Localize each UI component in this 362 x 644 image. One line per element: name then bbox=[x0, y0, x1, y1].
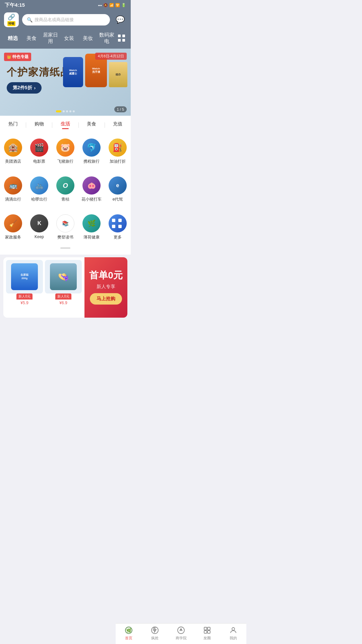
service-ctrip[interactable]: 🐬 携程旅行 bbox=[78, 135, 105, 168]
service-huaxiaozhu[interactable]: 🐽 花小猪打车 bbox=[78, 173, 105, 206]
mint-label: 薄荷健康 bbox=[83, 234, 100, 240]
product-2-image: 👒 bbox=[45, 260, 82, 293]
promo-cta[interactable]: 首单0元 新人专享 马上抢购 bbox=[84, 257, 127, 318]
cat-tab-recharge[interactable]: 充值 bbox=[105, 120, 131, 130]
hellobike-icon: 🚲 bbox=[30, 176, 48, 195]
meituan-hotel-icon: 🏨 bbox=[4, 139, 22, 157]
product-1-price: ¥5.9 bbox=[20, 301, 28, 305]
service-meituan-hotel[interactable]: 🏨 美团酒店 bbox=[0, 135, 26, 168]
service-gas[interactable]: ⛽ 加油打折 bbox=[105, 135, 131, 168]
service-homeservice[interactable]: 🧹 家政服务 bbox=[0, 211, 26, 244]
cat-tab-shopping[interactable]: 购物 bbox=[26, 120, 52, 130]
more-label: 更多 bbox=[114, 234, 122, 240]
logo-box[interactable]: 🔗 转链 bbox=[4, 12, 19, 27]
category-tabs: 热门 购物 生活 美食 充值 bbox=[0, 116, 131, 132]
product-box: 纸巾 bbox=[109, 62, 127, 87]
promo-product-2[interactable]: 👒 新人0元 ¥6.9 bbox=[45, 260, 82, 315]
keep-label: Keep bbox=[35, 234, 44, 239]
ctrip-icon: 🐬 bbox=[82, 139, 101, 157]
mint-icon: 🌿 bbox=[82, 214, 101, 232]
header: 🔗 转链 🔍 搜商品名或商品链接 💬 bbox=[0, 10, 131, 31]
dot-5 bbox=[73, 110, 75, 112]
banner[interactable]: 👑 特色专题 4月8日-4月12日 个护家清纸品 第2件5折 › Walch威露… bbox=[0, 49, 131, 116]
battery-icon: 🔋 bbox=[121, 3, 126, 7]
dot-4 bbox=[69, 110, 71, 112]
logo-icon: 🔗 bbox=[8, 13, 15, 21]
status-bar: 下午4:15 ••• 🔕 📶 🛜 🔋 bbox=[0, 0, 131, 10]
cat-tab-life[interactable]: 生活 bbox=[52, 120, 78, 130]
product-1-image: 去尿垢200g bbox=[6, 260, 43, 293]
search-bar[interactable]: 🔍 搜商品名或商品链接 bbox=[22, 14, 110, 25]
banner-cta[interactable]: 第2件5折 › bbox=[7, 82, 42, 94]
ctrip-label: 携程旅行 bbox=[83, 159, 100, 164]
promo-product-1[interactable]: 去尿垢200g 新人0元 ¥5.9 bbox=[6, 260, 43, 315]
nav-tab-women[interactable]: 女装 bbox=[60, 34, 78, 43]
search-icon: 🔍 bbox=[27, 17, 33, 22]
status-time: 下午4:15 bbox=[5, 2, 25, 8]
crown-icon: 👑 bbox=[7, 55, 11, 59]
hellobike-label: 哈啰出行 bbox=[31, 197, 47, 202]
nav-tab-food[interactable]: 美食 bbox=[22, 34, 41, 43]
huaxiaozhu-icon: 🐽 bbox=[82, 176, 101, 195]
banner-date: 4月8日-4月12日 bbox=[95, 53, 127, 60]
promo-subtitle: 新人专享 bbox=[97, 284, 115, 290]
fandeng-icon: 📚 bbox=[56, 214, 74, 232]
service-didi[interactable]: 🚌 滴滴出行 bbox=[0, 173, 26, 206]
dot-1 bbox=[56, 110, 61, 112]
didi-label: 滴滴出行 bbox=[5, 197, 21, 202]
promo-section: 去尿垢200g 新人0元 ¥5.9 👒 新人0元 ¥6.9 首单0元 新人专享 … bbox=[3, 257, 127, 318]
mute-icon: 🔕 bbox=[103, 3, 108, 7]
message-button[interactable]: 💬 bbox=[113, 13, 127, 26]
scroll-dot bbox=[60, 248, 70, 249]
homeservice-icon: 🧹 bbox=[4, 214, 22, 232]
service-section: 🏨 美团酒店 🎬 电影票 🐷 飞猪旅行 🐬 携程旅行 ⛽ 加油打折 🚌 滴滴出行… bbox=[0, 132, 131, 255]
nav-tabs: 精选 美食 居家日用 女装 美妆 数码家电 bbox=[0, 31, 131, 49]
toilet-cleaner-img: 去尿垢200g bbox=[11, 263, 38, 290]
cat-tab-hot[interactable]: 热门 bbox=[0, 120, 26, 130]
signal-icon: ••• bbox=[98, 3, 102, 7]
banner-counter: 1 / 5 bbox=[114, 106, 127, 112]
product-2-badge: 新人0元 bbox=[55, 293, 71, 300]
edaijia-icon: e bbox=[109, 176, 127, 195]
promo-buy-button[interactable]: 马上抢购 bbox=[90, 293, 122, 305]
promo-title: 首单0元 bbox=[89, 270, 123, 281]
keep-icon: K bbox=[30, 214, 48, 232]
banner-title: 个护家清纸品 bbox=[7, 65, 71, 79]
banner-indicators bbox=[56, 110, 75, 112]
service-movie[interactable]: 🎬 电影票 bbox=[26, 135, 52, 168]
wifi-icon: 🛜 bbox=[115, 3, 120, 7]
meituan-hotel-label: 美团酒店 bbox=[5, 159, 21, 164]
arrow-icon: › bbox=[34, 85, 36, 91]
service-hellobike[interactable]: 🚲 哈啰出行 bbox=[26, 173, 52, 206]
network-icon: 📶 bbox=[109, 3, 114, 7]
service-fandeng[interactable]: 📚 樊登读书 bbox=[52, 211, 78, 244]
fandeng-label: 樊登读书 bbox=[57, 234, 73, 240]
service-feizhu[interactable]: 🐷 飞猪旅行 bbox=[52, 135, 78, 168]
scroll-indicator bbox=[0, 246, 131, 251]
banner-tag: 👑 特色专题 bbox=[4, 53, 31, 61]
gas-icon: ⛽ bbox=[109, 139, 127, 157]
cat-tab-food[interactable]: 美食 bbox=[79, 120, 105, 130]
service-more[interactable]: 更多 bbox=[105, 211, 131, 244]
edaijia-label: e代驾 bbox=[113, 197, 123, 202]
dot-3 bbox=[66, 110, 68, 112]
search-placeholder: 搜商品名或商品链接 bbox=[35, 17, 74, 23]
more-icon bbox=[109, 214, 127, 232]
service-keep[interactable]: K Keep bbox=[26, 211, 52, 244]
service-edaijia[interactable]: e e代驾 bbox=[105, 173, 131, 206]
message-icon: 💬 bbox=[116, 15, 125, 24]
nav-tab-beauty[interactable]: 美妆 bbox=[78, 34, 97, 43]
nav-tab-digital[interactable]: 数码家电 bbox=[97, 31, 116, 46]
nav-tab-home[interactable]: 居家日用 bbox=[41, 31, 60, 46]
homeservice-label: 家政服务 bbox=[5, 234, 21, 240]
service-qingjv[interactable]: O 青桔 bbox=[52, 173, 78, 206]
qingjv-icon: O bbox=[56, 176, 74, 195]
product-bottle-1: Walch威露士 bbox=[63, 57, 83, 87]
status-icons: ••• 🔕 📶 🛜 🔋 bbox=[98, 3, 126, 7]
nav-tab-selected[interactable]: 精选 bbox=[3, 34, 22, 43]
movie-label: 电影票 bbox=[33, 159, 45, 164]
product-2-price: ¥6.9 bbox=[59, 301, 67, 305]
service-grid-row3: 🧹 家政服务 K Keep 📚 樊登读书 🌿 薄荷健康 更多 bbox=[0, 208, 131, 246]
nav-more-button[interactable] bbox=[116, 33, 127, 44]
service-mint[interactable]: 🌿 薄荷健康 bbox=[78, 211, 105, 244]
